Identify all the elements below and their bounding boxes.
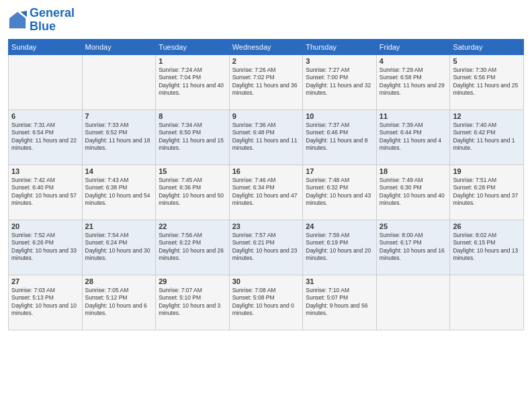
calendar-cell: 19Sunrise: 7:51 AM Sunset: 6:28 PM Dayli… (450, 165, 524, 220)
calendar-body: 1Sunrise: 7:24 AM Sunset: 7:04 PM Daylig… (9, 54, 524, 330)
day-number: 16 (232, 167, 300, 175)
calendar-cell: 7Sunrise: 7:33 AM Sunset: 6:52 PM Daylig… (82, 109, 156, 165)
calendar-row: 13Sunrise: 7:42 AM Sunset: 6:40 PM Dayli… (9, 165, 524, 220)
day-info: Sunrise: 7:46 AM Sunset: 6:34 PM Dayligh… (232, 177, 300, 208)
day-info: Sunrise: 7:05 AM Sunset: 5:12 PM Dayligh… (85, 287, 153, 318)
calendar-cell: 21Sunrise: 7:54 AM Sunset: 6:24 PM Dayli… (82, 220, 156, 275)
calendar-cell: 11Sunrise: 7:39 AM Sunset: 6:44 PM Dayli… (376, 109, 450, 165)
calendar-cell: 16Sunrise: 7:46 AM Sunset: 6:34 PM Dayli… (229, 165, 303, 220)
day-info: Sunrise: 7:39 AM Sunset: 6:44 PM Dayligh… (380, 122, 447, 152)
weekday-header-cell: Sunday (9, 39, 83, 54)
day-info: Sunrise: 7:56 AM Sunset: 6:22 PM Dayligh… (159, 232, 226, 263)
day-info: Sunrise: 7:40 AM Sunset: 6:42 PM Dayligh… (453, 122, 521, 152)
day-info: Sunrise: 7:08 AM Sunset: 5:08 PM Dayligh… (232, 287, 300, 318)
day-info: Sunrise: 7:33 AM Sunset: 6:52 PM Dayligh… (85, 122, 153, 152)
calendar-cell: 13Sunrise: 7:42 AM Sunset: 6:40 PM Dayli… (9, 165, 83, 220)
day-number: 17 (306, 167, 373, 175)
weekday-header-cell: Monday (82, 39, 156, 54)
calendar-cell: 17Sunrise: 7:48 AM Sunset: 6:32 PM Dayli… (303, 165, 377, 220)
calendar-cell: 18Sunrise: 7:49 AM Sunset: 6:30 PM Dayli… (376, 165, 450, 220)
day-info: Sunrise: 7:29 AM Sunset: 6:58 PM Dayligh… (380, 66, 447, 97)
calendar-cell: 26Sunrise: 8:02 AM Sunset: 6:15 PM Dayli… (450, 220, 524, 275)
day-number: 23 (232, 222, 300, 230)
calendar-row: 20Sunrise: 7:52 AM Sunset: 6:26 PM Dayli… (9, 220, 524, 275)
day-info: Sunrise: 7:43 AM Sunset: 6:38 PM Dayligh… (85, 177, 153, 208)
day-number: 31 (306, 277, 373, 285)
day-info: Sunrise: 7:26 AM Sunset: 7:02 PM Dayligh… (232, 66, 300, 97)
day-number: 11 (380, 112, 447, 120)
day-info: Sunrise: 7:48 AM Sunset: 6:32 PM Dayligh… (306, 177, 373, 208)
calendar-cell: 9Sunrise: 7:36 AM Sunset: 6:48 PM Daylig… (229, 109, 303, 165)
day-info: Sunrise: 7:24 AM Sunset: 7:04 PM Dayligh… (159, 66, 226, 97)
day-info: Sunrise: 7:54 AM Sunset: 6:24 PM Dayligh… (85, 232, 153, 263)
calendar-cell: 31Sunrise: 7:10 AM Sunset: 5:07 PM Dayli… (303, 275, 377, 330)
calendar-cell: 10Sunrise: 7:37 AM Sunset: 6:46 PM Dayli… (303, 109, 377, 165)
day-number: 12 (453, 112, 521, 120)
weekday-header-cell: Tuesday (156, 39, 230, 54)
header: General Blue (8, 7, 524, 34)
day-number: 22 (159, 222, 226, 230)
day-number: 21 (85, 222, 153, 230)
day-number: 28 (85, 277, 153, 285)
day-info: Sunrise: 7:57 AM Sunset: 6:21 PM Dayligh… (232, 232, 300, 263)
calendar-row: 27Sunrise: 7:03 AM Sunset: 5:13 PM Dayli… (9, 275, 524, 330)
day-info: Sunrise: 7:34 AM Sunset: 6:50 PM Dayligh… (159, 122, 226, 152)
day-info: Sunrise: 7:03 AM Sunset: 5:13 PM Dayligh… (11, 287, 79, 318)
day-number: 5 (453, 57, 521, 65)
logo-text: General Blue (30, 7, 75, 34)
day-number: 30 (232, 277, 300, 285)
calendar-cell: 6Sunrise: 7:31 AM Sunset: 6:54 PM Daylig… (9, 109, 83, 165)
calendar-cell: 23Sunrise: 7:57 AM Sunset: 6:21 PM Dayli… (229, 220, 303, 275)
calendar-cell: 25Sunrise: 8:00 AM Sunset: 6:17 PM Dayli… (376, 220, 450, 275)
logo: General Blue (8, 7, 75, 34)
day-number: 7 (85, 112, 153, 120)
calendar-row: 1Sunrise: 7:24 AM Sunset: 7:04 PM Daylig… (9, 54, 524, 109)
day-number: 29 (159, 277, 226, 285)
day-number: 27 (11, 277, 79, 285)
calendar-cell (450, 275, 524, 330)
day-number: 9 (232, 112, 300, 120)
day-info: Sunrise: 7:51 AM Sunset: 6:28 PM Dayligh… (453, 177, 521, 208)
day-number: 6 (11, 112, 79, 120)
day-number: 26 (453, 222, 521, 230)
day-info: Sunrise: 8:00 AM Sunset: 6:17 PM Dayligh… (380, 232, 447, 263)
day-info: Sunrise: 7:27 AM Sunset: 7:00 PM Dayligh… (306, 66, 373, 97)
weekday-header-cell: Saturday (450, 39, 524, 54)
day-info: Sunrise: 7:42 AM Sunset: 6:40 PM Dayligh… (11, 177, 79, 208)
calendar-cell: 20Sunrise: 7:52 AM Sunset: 6:26 PM Dayli… (9, 220, 83, 275)
day-info: Sunrise: 7:49 AM Sunset: 6:30 PM Dayligh… (380, 177, 447, 208)
day-number: 13 (11, 167, 79, 175)
day-number: 2 (232, 57, 300, 65)
day-info: Sunrise: 7:10 AM Sunset: 5:07 PM Dayligh… (306, 287, 373, 318)
day-number: 24 (306, 222, 373, 230)
weekday-header-cell: Friday (376, 39, 450, 54)
calendar-cell: 22Sunrise: 7:56 AM Sunset: 6:22 PM Dayli… (156, 220, 230, 275)
calendar-cell: 28Sunrise: 7:05 AM Sunset: 5:12 PM Dayli… (82, 275, 156, 330)
logo-icon (8, 11, 27, 30)
day-number: 1 (159, 57, 226, 65)
calendar-cell: 14Sunrise: 7:43 AM Sunset: 6:38 PM Dayli… (82, 165, 156, 220)
day-info: Sunrise: 7:52 AM Sunset: 6:26 PM Dayligh… (11, 232, 79, 263)
calendar-cell: 29Sunrise: 7:07 AM Sunset: 5:10 PM Dayli… (156, 275, 230, 330)
calendar-cell: 27Sunrise: 7:03 AM Sunset: 5:13 PM Dayli… (9, 275, 83, 330)
calendar-cell: 12Sunrise: 7:40 AM Sunset: 6:42 PM Dayli… (450, 109, 524, 165)
calendar-cell: 3Sunrise: 7:27 AM Sunset: 7:00 PM Daylig… (303, 54, 377, 109)
day-number: 15 (159, 167, 226, 175)
calendar-cell: 30Sunrise: 7:08 AM Sunset: 5:08 PM Dayli… (229, 275, 303, 330)
calendar-table: SundayMondayTuesdayWednesdayThursdayFrid… (8, 39, 524, 330)
day-info: Sunrise: 7:36 AM Sunset: 6:48 PM Dayligh… (232, 122, 300, 152)
day-number: 18 (380, 167, 447, 175)
calendar-cell: 24Sunrise: 7:59 AM Sunset: 6:19 PM Dayli… (303, 220, 377, 275)
calendar-cell: 8Sunrise: 7:34 AM Sunset: 6:50 PM Daylig… (156, 109, 230, 165)
weekday-header-cell: Wednesday (229, 39, 303, 54)
svg-marker-0 (9, 12, 26, 28)
calendar-row: 6Sunrise: 7:31 AM Sunset: 6:54 PM Daylig… (9, 109, 524, 165)
day-number: 14 (85, 167, 153, 175)
weekday-header-row: SundayMondayTuesdayWednesdayThursdayFrid… (9, 39, 524, 54)
day-info: Sunrise: 7:45 AM Sunset: 6:36 PM Dayligh… (159, 177, 226, 208)
day-info: Sunrise: 7:30 AM Sunset: 6:56 PM Dayligh… (453, 66, 521, 97)
day-number: 19 (453, 167, 521, 175)
day-number: 3 (306, 57, 373, 65)
calendar-cell (82, 54, 156, 109)
day-info: Sunrise: 7:07 AM Sunset: 5:10 PM Dayligh… (159, 287, 226, 318)
